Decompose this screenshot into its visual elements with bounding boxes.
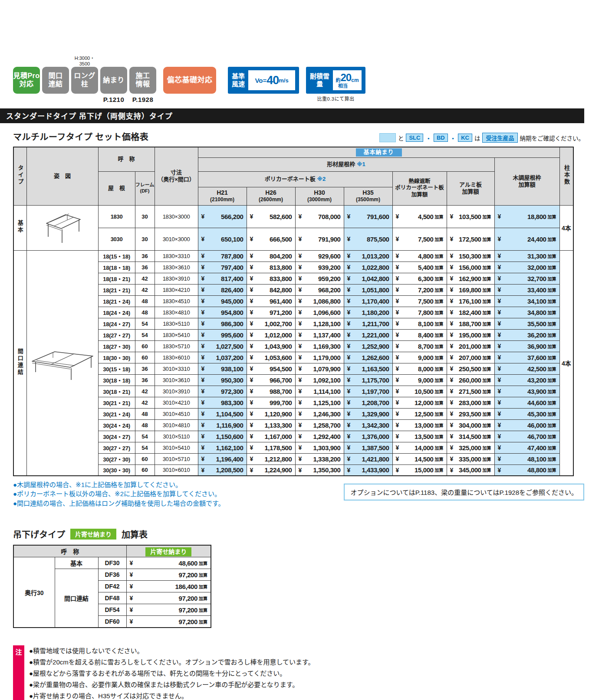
aluminum-add-cell: ¥150,300加算: [447, 250, 494, 262]
aluminum-add-cell: ¥314,500加算: [447, 431, 494, 442]
roof-name-cell: 30(18・21): [98, 386, 135, 397]
price-h26-cell: ¥966,700: [247, 374, 295, 386]
group-label-cell: 基本: [55, 557, 98, 569]
price-h21-cell: ¥986,300: [198, 318, 247, 329]
price-h35-cell: ¥1,051,800: [344, 284, 392, 295]
price-h21-cell: ¥1,104,500: [198, 408, 247, 419]
heat-shield-add-cell: ¥7,200加算: [392, 284, 447, 295]
price-h21-cell: ¥954,800: [198, 307, 247, 318]
header-name: 呼 称: [98, 147, 155, 171]
pillar-count-cell: 4本: [559, 205, 573, 250]
aluminum-add-cell: ¥250,500加算: [447, 363, 494, 374]
price-h30-cell: ¥1,079,900: [295, 363, 344, 374]
depth-cell: 奥行30: [13, 557, 55, 628]
price-h21-cell: ¥1,162,100: [198, 442, 247, 453]
size-cell: 3010×3000: [155, 228, 198, 250]
price-h21-cell: ¥826,400: [198, 284, 247, 295]
size-cell: 3010×3910: [155, 386, 198, 397]
wind-speed-panel: 基準 風速 Vo=40m/s: [228, 67, 299, 94]
header-figure: 姿 図: [26, 147, 98, 205]
price-h35-cell: ¥1,197,700: [344, 386, 392, 397]
price-h26-cell: ¥582,600: [247, 205, 295, 228]
aluminum-add-cell: ¥207,000加算: [447, 352, 494, 363]
wood-frame-add-cell: ¥35,500加算: [494, 318, 559, 329]
size-cell: 3010×5410: [155, 442, 198, 453]
katayose-price-cell: ¥48,600加算: [126, 557, 211, 569]
price-h30-cell: ¥1,137,400: [295, 329, 344, 340]
price-h21-cell: ¥995,600: [198, 329, 247, 340]
frame-df-cell: 54: [135, 431, 155, 442]
price-h26-cell: ¥988,700: [247, 386, 295, 397]
type-cell: 間口連結: [13, 250, 26, 476]
heat-shield-add-cell: ¥12,000加算: [392, 397, 447, 408]
price-h30-cell: ¥1,338,200: [295, 453, 344, 464]
note-wood-frame: ●木調屋根枠の場合、※1に上記価格を加算してください。: [13, 480, 225, 489]
price-h35-cell: ¥1,329,900: [344, 408, 392, 419]
heat-shield-add-cell: ¥9,000加算: [392, 374, 447, 386]
heat-shield-add-cell: ¥14,000加算: [392, 442, 447, 453]
roof-name-cell: 18(15・18): [98, 250, 135, 262]
roof-name-cell: 18(21・24): [98, 295, 135, 307]
caution-label: 注: [13, 645, 24, 700]
price-h21-cell: ¥1,037,200: [198, 352, 247, 363]
price-h26-cell: ¥666,500: [247, 228, 295, 250]
roof-name-cell: 18(18・21): [98, 273, 135, 284]
price-h26-cell: ¥813,800: [247, 262, 295, 273]
single-bay-roof-sketch: [37, 209, 88, 244]
price-h30-cell: ¥929,600: [295, 250, 344, 262]
legend-code-slc: SLC: [406, 134, 423, 142]
price-h35-cell: ¥1,387,500: [344, 442, 392, 453]
size-cell: 1830×6010: [155, 352, 198, 363]
multi-roof-price-table: タイプ 姿 図 呼 称 寸法 （奥行×間口） 基本納まり 柱本数 形材屋根枠 ※…: [13, 147, 574, 476]
price-h35-cell: ¥1,376,000: [344, 431, 392, 442]
aluminum-add-cell: ¥335,000加算: [447, 453, 494, 464]
katayose-price-cell: ¥97,200加算: [126, 592, 211, 604]
heat-shield-add-cell: ¥9,000加算: [392, 352, 447, 363]
price-row: 基本 1830301830×3000¥566,200¥582,600¥708,0…: [13, 205, 573, 228]
price-h26-cell: ¥1,002,700: [247, 318, 295, 329]
price-h30-cell: ¥968,200: [295, 284, 344, 295]
pillar-count-cell: 4本: [559, 250, 573, 476]
price-h35-cell: ¥875,500: [344, 228, 392, 250]
aluminum-add-cell: ¥156,000加算: [447, 262, 494, 273]
frame-df-cell: 36: [135, 262, 155, 273]
osamari-badge: 納まり: [100, 67, 127, 94]
caution-note: ●梁が重量物の場合、必要作業人数の確保または移動式クレーン車の手配が必要となりま…: [29, 679, 314, 690]
osamari-page-ref: P.1210: [103, 94, 125, 104]
size-cell: 1830×5410: [155, 329, 198, 340]
frame-df-cell: 48: [135, 419, 155, 431]
heat-shield-add-cell: ¥14,500加算: [392, 453, 447, 464]
addition-row: 奥行30基本DF30¥48,600加算: [13, 557, 211, 569]
header-type: タイプ: [13, 147, 26, 205]
addition-table-title: 吊下げタイプ 片寄せ納まり 加算表: [13, 528, 612, 540]
price-h30-cell: ¥708,000: [295, 205, 344, 228]
price-h26-cell: ¥954,500: [247, 363, 295, 374]
addition-header-name: 呼 称: [13, 545, 126, 557]
heat-shield-add-cell: ¥15,000加算: [392, 464, 447, 476]
price-h26-cell: ¥1,167,000: [247, 431, 295, 442]
addition-table-body: 奥行30基本DF30¥48,600加算間口連結DF36¥97,200加算DF42…: [13, 557, 211, 628]
frame-df-cell: 42: [135, 284, 155, 295]
header-size: 寸法 （奥行×間口）: [155, 147, 198, 205]
katayose-price-cell: ¥186,400加算: [126, 581, 211, 592]
heat-shield-add-cell: ¥4,800加算: [392, 250, 447, 262]
price-h35-cell: ¥1,175,700: [344, 374, 392, 386]
frame-df-cell: 48: [135, 295, 155, 307]
price-h30-cell: ¥1,292,400: [295, 431, 344, 442]
df-code-cell: DF48: [98, 592, 126, 604]
price-h30-cell: ¥1,246,300: [295, 408, 344, 419]
wind-speed-value: Vo=40m/s: [248, 70, 295, 90]
wood-frame-add-cell: ¥46,700加算: [494, 431, 559, 442]
wood-frame-add-cell: ¥43,200加算: [494, 374, 559, 386]
frame-df-cell: 42: [135, 273, 155, 284]
price-h26-cell: ¥961,400: [247, 295, 295, 307]
header-aluminum-add: アルミ板 加算額: [447, 171, 494, 205]
frame-df-cell: 60: [135, 352, 155, 363]
roof-name-cell: 30(24・24): [98, 419, 135, 431]
katayose-price-cell: ¥97,200加算: [126, 616, 211, 628]
wood-frame-add-cell: ¥37,600加算: [494, 352, 559, 363]
badge-long-pillar: H:3000・ 3500 ロング 柱: [71, 56, 98, 94]
snow-load-panel: 耐積雪 量 約20cm 相当: [306, 67, 365, 94]
price-h30-cell: ¥1,169,300: [295, 340, 344, 352]
roof-name-cell: 18(24・24): [98, 307, 135, 318]
